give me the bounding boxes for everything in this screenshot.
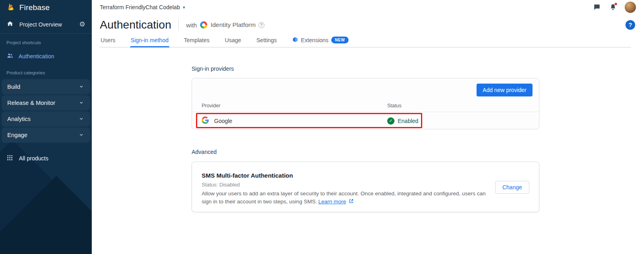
settings-gear-icon[interactable]: ⚙	[79, 20, 85, 29]
tab-label: Templates	[184, 37, 210, 43]
user-avatar[interactable]	[625, 2, 636, 13]
alerts-bell-icon[interactable]	[609, 3, 617, 12]
category-label: Engage	[7, 132, 27, 138]
extensions-icon	[292, 37, 298, 44]
sidebar-item-project-overview[interactable]: Project Overview ⚙	[0, 15, 92, 34]
providers-table-header: Provider Status	[192, 101, 539, 112]
sms-mfa-status: Status: Disabled	[202, 182, 240, 188]
advanced-heading: Advanced	[192, 149, 217, 155]
providers-card: Add new provider Provider Status Google …	[192, 78, 539, 129]
external-link-icon	[347, 199, 354, 205]
tab-sign-in-method[interactable]: Sign-in method	[130, 36, 169, 47]
tab-label: Extensions	[301, 37, 328, 43]
chevron-down-icon: ▾	[183, 5, 185, 10]
chevron-down-icon	[78, 115, 85, 123]
sidebar-item-release-monitor[interactable]: Release & Monitor	[2, 95, 90, 111]
chevron-down-icon	[78, 131, 85, 139]
page-title: Authentication	[100, 18, 171, 31]
provider-name: Google	[214, 118, 232, 124]
sms-mfa-description: Allow your users to add an extra layer o…	[202, 190, 491, 206]
tab-label: Settings	[256, 37, 277, 43]
sidebar-item-engage[interactable]: Engage	[2, 127, 90, 143]
tab-label: Users	[101, 37, 116, 43]
firebase-flame-icon	[6, 2, 15, 13]
tab-label: Sign-in method	[131, 37, 169, 43]
sms-mfa-card: SMS Multi-factor Authentication Status: …	[192, 162, 539, 212]
new-badge: NEW	[331, 37, 349, 43]
sidebar-item-authentication[interactable]: Authentication	[0, 48, 92, 64]
tab-users[interactable]: Users	[100, 36, 116, 47]
sms-mfa-title: SMS Multi-factor Authentication	[202, 172, 293, 179]
topbar: Terraform FriendlyChat Codelab ▾	[92, 0, 644, 14]
firebase-brand[interactable]: Firebase	[0, 0, 92, 15]
identity-platform-label: Identity Platform	[211, 21, 256, 29]
home-icon	[6, 20, 14, 29]
brand-name: Firebase	[19, 3, 50, 12]
with-label: with	[186, 22, 197, 29]
tab-extensions[interactable]: Extensions NEW	[291, 36, 349, 47]
alert-badge	[614, 2, 617, 6]
chevron-down-icon	[78, 83, 85, 91]
category-label: Build	[7, 84, 20, 90]
sidebar-item-analytics[interactable]: Analytics	[2, 111, 90, 127]
people-icon	[6, 52, 14, 60]
product-categories-label: Product categories	[0, 64, 92, 78]
topbar-actions	[592, 2, 636, 13]
info-icon[interactable]: ?	[258, 22, 264, 28]
category-label: Release & Monitor	[7, 100, 55, 106]
status-badge: Enabled	[398, 118, 418, 124]
project-overview-label: Project Overview	[19, 21, 62, 28]
help-icon[interactable]: ?	[625, 20, 635, 30]
identity-platform-icon	[200, 21, 207, 29]
project-selector[interactable]: Terraform FriendlyChat Codelab ▾	[100, 4, 185, 10]
feedback-icon[interactable]	[592, 3, 601, 12]
tab-bar: Users Sign-in method Templates Usage Set…	[100, 36, 631, 47]
column-header-status: Status	[387, 103, 401, 109]
category-label: Analytics	[7, 116, 31, 122]
add-new-provider-button[interactable]: Add new provider	[477, 84, 533, 96]
sign-in-providers-heading: Sign-in providers	[192, 66, 234, 72]
sidebar-item-build[interactable]: Build	[2, 79, 90, 94]
authentication-label: Authentication	[19, 53, 54, 59]
grid-icon	[6, 154, 13, 162]
table-row-google[interactable]: Google ✓ Enabled	[192, 112, 539, 129]
project-name: Terraform FriendlyChat Codelab	[100, 4, 180, 10]
chevron-down-icon	[78, 99, 85, 107]
status-cell: ✓ Enabled	[387, 112, 418, 129]
project-shortcuts-label: Project shortcuts	[0, 34, 92, 48]
page-header: Authentication with Identity Platform ? …	[92, 14, 644, 35]
column-header-provider: Provider	[202, 103, 221, 109]
provider-cell: Google	[202, 112, 232, 129]
header-divider	[178, 19, 179, 31]
change-button[interactable]: Change	[495, 181, 529, 194]
learn-more-link[interactable]: Learn more	[318, 199, 346, 205]
all-products-label: All products	[19, 155, 48, 162]
tab-templates[interactable]: Templates	[183, 36, 211, 47]
sidebar-item-all-products[interactable]: All products	[0, 150, 92, 167]
check-circle-icon: ✓	[387, 117, 394, 125]
tab-usage[interactable]: Usage	[224, 36, 242, 47]
tab-settings[interactable]: Settings	[256, 36, 278, 47]
google-logo-icon	[202, 117, 209, 125]
sidebar: Firebase Project Overview ⚙ Project shor…	[0, 0, 92, 254]
tab-label: Usage	[225, 37, 241, 43]
